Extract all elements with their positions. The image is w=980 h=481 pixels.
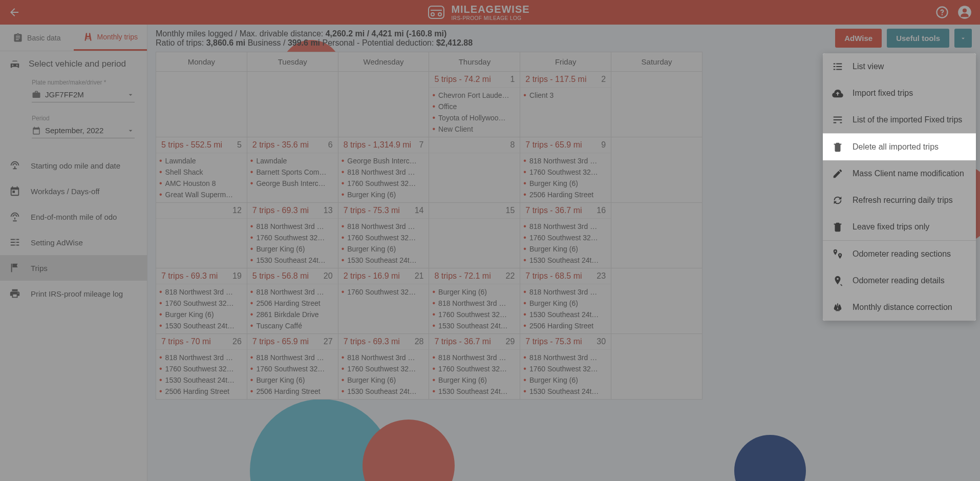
menu-item-odometer-reading-details[interactable]: Odometer reading details bbox=[823, 267, 976, 294]
tune-icon bbox=[832, 114, 843, 126]
menu-item-mass-client-name-modification[interactable]: Mass Client name modification bbox=[823, 160, 976, 187]
menu-item-label: List view bbox=[853, 62, 884, 71]
menu-item-label: Delete all imported trips bbox=[853, 142, 939, 152]
menu-item-label: Monthly distance correction bbox=[853, 303, 952, 312]
menu-item-import-fixed-trips[interactable]: Import fixed trips bbox=[823, 80, 976, 107]
trash-icon bbox=[832, 141, 843, 153]
menu-item-delete-all-imported-trips[interactable]: Delete all imported trips bbox=[823, 133, 976, 160]
menu-item-label: Refresh recurring daily trips bbox=[853, 196, 953, 205]
list-icon bbox=[832, 61, 843, 72]
trash-icon bbox=[832, 221, 843, 233]
menu-item-odometer-reading-sections[interactable]: Odometer reading sections bbox=[823, 240, 976, 267]
menu-item-list-view[interactable]: List view bbox=[823, 53, 976, 80]
menu-item-refresh-recurring-daily-trips[interactable]: Refresh recurring daily trips bbox=[823, 187, 976, 214]
search-marker-icon bbox=[832, 275, 843, 286]
menu-item-leave-fixed-trips-only[interactable]: Leave fixed trips only bbox=[823, 214, 976, 240]
menu-item-label: Odometer reading sections bbox=[853, 249, 951, 259]
menu-item-label: Leave fixed trips only bbox=[853, 222, 929, 232]
menu-item-label: Mass Client name modification bbox=[853, 169, 964, 178]
menu-item-list-of-the-imported-fixed-trips[interactable]: List of the imported Fixed trips bbox=[823, 107, 976, 133]
menu-item-label: Import fixed trips bbox=[853, 89, 913, 98]
useful-tools-menu: List viewImport fixed tripsList of the i… bbox=[823, 53, 976, 321]
menu-item-monthly-distance-correction[interactable]: Monthly distance correction bbox=[823, 294, 976, 321]
edit-icon bbox=[832, 168, 843, 179]
cloud-up-icon bbox=[832, 88, 843, 99]
balance-icon bbox=[832, 302, 843, 313]
refresh-icon bbox=[832, 195, 843, 206]
menu-item-label: List of the imported Fixed trips bbox=[853, 115, 962, 124]
markers-icon bbox=[832, 248, 843, 260]
menu-item-label: Odometer reading details bbox=[853, 276, 945, 285]
